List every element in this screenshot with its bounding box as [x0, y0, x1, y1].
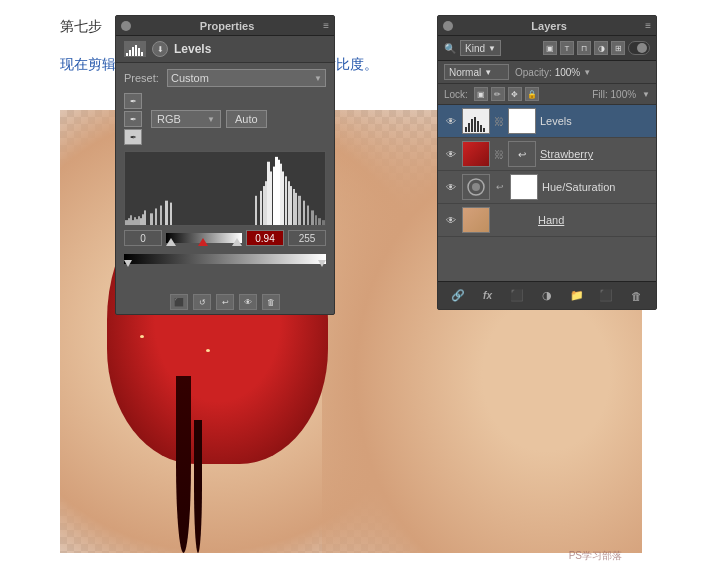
output-black-triangle[interactable]: [124, 260, 132, 267]
layer-row-hue-sat[interactable]: 👁 ↩ Hue/Saturation: [438, 171, 656, 204]
kind-dropdown[interactable]: Kind ▼: [460, 40, 501, 56]
layer-name-strawberry: Strawberry: [540, 148, 650, 160]
layer-name-levels: Levels: [540, 115, 650, 127]
svg-rect-17: [150, 213, 153, 225]
histogram-svg: [125, 152, 325, 225]
white-slider-triangle[interactable]: [232, 238, 242, 246]
output-white-triangle[interactable]: [318, 260, 326, 267]
drip2: [194, 420, 202, 553]
hue-sat-mask-thumb: [510, 174, 538, 200]
layers-title: Layers: [531, 20, 566, 32]
strawberry-mask-thumb: ↩: [508, 141, 536, 167]
svg-rect-42: [315, 215, 317, 225]
straw-thumb-bg: [463, 142, 489, 166]
auto-button[interactable]: Auto: [226, 110, 267, 128]
blend-mode-dropdown[interactable]: Normal ▼: [444, 64, 509, 80]
svg-point-55: [472, 183, 480, 191]
layer-row-strawberry[interactable]: 👁 ⛓ ↩ Strawberry: [438, 138, 656, 171]
svg-rect-34: [288, 181, 290, 225]
group-btn[interactable]: 📁: [568, 287, 586, 305]
mid-slider-triangle[interactable]: [198, 238, 208, 246]
footer-layer-icon[interactable]: ⬛: [170, 294, 188, 310]
svg-rect-11: [134, 217, 136, 225]
lock-all-btn[interactable]: 🔒: [525, 87, 539, 101]
layer-visibility-levels[interactable]: 👁: [444, 114, 458, 128]
filter-pixel-icon[interactable]: ▣: [543, 41, 557, 55]
new-layer-btn[interactable]: ⬛: [597, 287, 615, 305]
layers-titlebar: Layers ≡: [438, 16, 656, 36]
layer-name-hand: Hand: [538, 214, 650, 226]
preset-label: Preset:: [124, 72, 162, 84]
filter-smart-icon[interactable]: ⊞: [611, 41, 625, 55]
layer-visibility-hand[interactable]: 👁: [444, 213, 458, 227]
svg-rect-35: [290, 186, 292, 225]
input-level-max[interactable]: 255: [288, 230, 326, 246]
delete-layer-btn[interactable]: 🗑: [627, 287, 645, 305]
strawberry-thumbnail: [462, 141, 490, 167]
filter-adjustment-icon[interactable]: ◑: [594, 41, 608, 55]
footer-visibility-icon[interactable]: 👁: [239, 294, 257, 310]
svg-rect-19: [160, 206, 162, 225]
layer-mode-row: Normal ▼ Opacity: 100% ▼: [438, 61, 656, 84]
properties-body: Preset: Custom ▼ ✒ ✒ ✒ RGB ▼ Auto: [116, 63, 334, 274]
svg-rect-44: [322, 220, 325, 225]
filter-toggle[interactable]: [628, 41, 650, 55]
svg-rect-29: [275, 157, 278, 225]
svg-rect-7: [125, 220, 128, 225]
levels-thumb-svg: [463, 109, 489, 133]
layer-row-levels[interactable]: 👁 ⛓ Levels: [438, 105, 656, 138]
layers-close-btn[interactable]: [443, 21, 453, 31]
footer-delete-icon[interactable]: 🗑: [262, 294, 280, 310]
lock-transparent-btn[interactable]: ▣: [474, 87, 488, 101]
lock-label: Lock:: [444, 89, 468, 100]
svg-rect-43: [318, 218, 321, 225]
svg-rect-40: [307, 206, 309, 225]
fx-btn[interactable]: fx: [479, 287, 497, 305]
svg-rect-31: [280, 164, 282, 225]
hand-thumbnail: [462, 207, 490, 233]
black-slider-triangle[interactable]: [166, 238, 176, 246]
layer-visibility-hue-sat[interactable]: 👁: [444, 180, 458, 194]
filter-text-icon[interactable]: T: [560, 41, 574, 55]
eyedropper-white-tool[interactable]: ✒: [124, 129, 142, 145]
layers-footer: 🔗 fx ⬛ ◑ 📁 ⬛ 🗑: [438, 281, 656, 309]
properties-menu-btn[interactable]: ≡: [323, 20, 329, 31]
opacity-value[interactable]: 100%: [555, 67, 581, 78]
chain-icon-strawberry: ⛓: [494, 149, 504, 160]
levels-mask-thumb: [508, 108, 536, 134]
layer-row-hand[interactable]: 👁 Hand: [438, 204, 656, 237]
svg-rect-46: [465, 127, 467, 132]
levels-header-icon: [124, 41, 146, 57]
input-level-mid[interactable]: 0.94: [246, 230, 284, 246]
preset-value: Custom: [171, 72, 209, 84]
preset-dropdown[interactable]: Custom ▼: [167, 69, 326, 87]
svg-rect-37: [295, 193, 297, 225]
footer-undo-icon[interactable]: ↩: [216, 294, 234, 310]
watermark: PS学习部落: [569, 549, 622, 563]
lock-position-btn[interactable]: ✥: [508, 87, 522, 101]
fill-label: Fill: 100%: [592, 89, 636, 100]
svg-rect-18: [155, 208, 157, 225]
lock-pixels-btn[interactable]: ✏: [491, 87, 505, 101]
svg-rect-3: [132, 47, 134, 56]
adjustment-btn[interactable]: ◑: [538, 287, 556, 305]
layer-visibility-strawberry[interactable]: 👁: [444, 147, 458, 161]
svg-rect-51: [480, 125, 482, 132]
levels-thumbnail: [462, 108, 490, 134]
svg-rect-23: [260, 191, 262, 225]
channel-dropdown[interactable]: RGB ▼: [151, 110, 221, 128]
svg-rect-22: [255, 196, 257, 225]
footer-refresh-icon[interactable]: ↺: [193, 294, 211, 310]
preset-arrow-icon: ▼: [314, 74, 322, 83]
layers-menu-btn[interactable]: ≡: [645, 20, 651, 31]
svg-rect-48: [471, 119, 473, 132]
filter-shape-icon[interactable]: ⊓: [577, 41, 591, 55]
channel-arrow-icon: ▼: [207, 115, 215, 124]
link-layers-btn[interactable]: 🔗: [449, 287, 467, 305]
svg-rect-9: [130, 215, 132, 225]
properties-close-btn[interactable]: [121, 21, 131, 31]
input-level-min[interactable]: 0: [124, 230, 162, 246]
eyedropper-black-tool[interactable]: ✒: [124, 93, 142, 109]
add-mask-btn[interactable]: ⬛: [508, 287, 526, 305]
eyedropper-gray-tool[interactable]: ✒: [124, 111, 142, 127]
